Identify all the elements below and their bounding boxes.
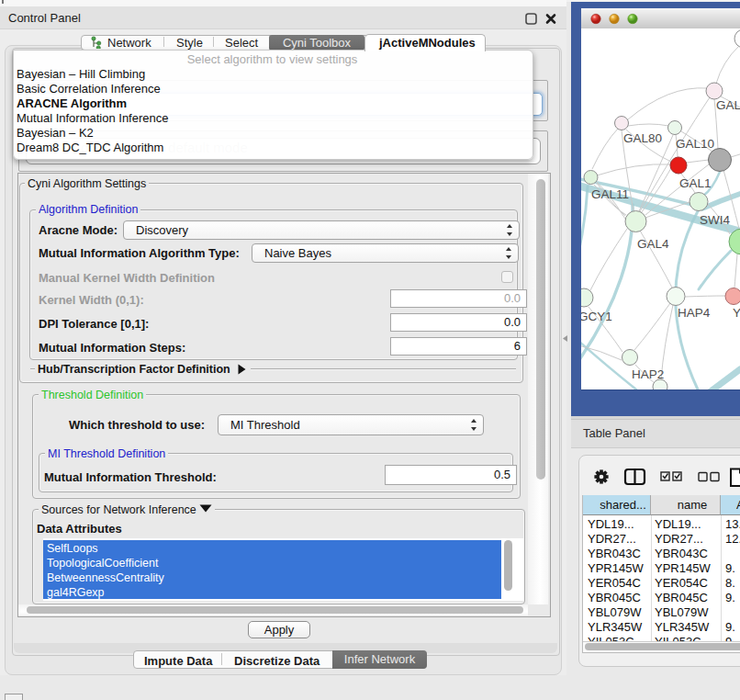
svg-text:SWI4: SWI4 xyxy=(700,213,730,227)
svg-text:GAL1: GAL1 xyxy=(679,176,712,190)
svg-text:GAL4: GAL4 xyxy=(637,237,669,251)
svg-text:GCY1: GCY1 xyxy=(581,310,612,323)
svg-text:GAL80: GAL80 xyxy=(623,131,662,145)
svg-text:YDR: YDR xyxy=(733,306,740,320)
svg-text:GAL2: GAL2 xyxy=(716,98,740,112)
svg-text:GAL11: GAL11 xyxy=(591,187,629,201)
svg-text:GAL10: GAL10 xyxy=(676,137,714,151)
svg-text:HAP4: HAP4 xyxy=(678,306,711,320)
svg-text:HAP2: HAP2 xyxy=(632,367,664,381)
